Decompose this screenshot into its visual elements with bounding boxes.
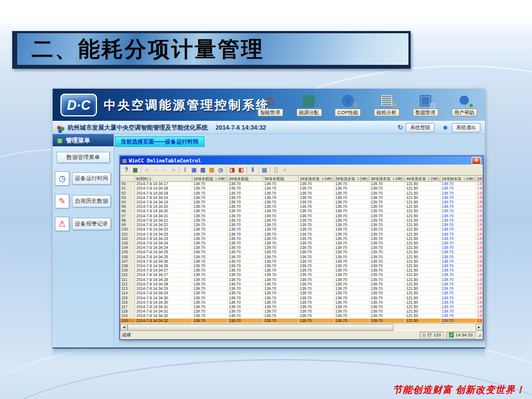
header-column[interactable]: 2#冷却水泵（小时） (476, 176, 483, 182)
header-column[interactable]: 1#冷水机组（小时） (192, 176, 228, 182)
tool-cop-performance[interactable]: ◉✎COP性能 (330, 90, 365, 116)
row-timestamp: 2014-7-6 14:34:24 (135, 245, 192, 249)
row-value: 139.70 (441, 305, 476, 309)
header-row-selector[interactable] (120, 176, 135, 182)
table-row[interactable]: 1102014-7-6 14:34:27139.70139.70139.7013… (120, 273, 483, 277)
table-row[interactable]: 1032014-7-6 14:34:24139.70139.70139.7013… (120, 241, 483, 245)
table-row[interactable]: 1112014-7-6 14:34:28139.70139.70139.7013… (120, 278, 483, 282)
header-column[interactable]: 2#冷水机组 (228, 176, 263, 182)
row-value: 139.70 (228, 200, 263, 204)
row-value: 139.70 (476, 186, 483, 190)
table-row[interactable]: 1172014-7-6 14:34:31139.70139.70139.7013… (120, 305, 483, 309)
stats-icon[interactable]: ▧ (207, 166, 216, 174)
tool-energy-analysis[interactable]: ▤✎能耗分析 (369, 90, 404, 116)
copy-icon[interactable]: ▣ (190, 166, 198, 174)
table-row[interactable]: 1002014-7-6 14:34:22139.70139.70139.7013… (120, 227, 483, 232)
system-logout-button[interactable]: 系统退出 (452, 123, 480, 132)
table-config-icon[interactable]: ▦ (131, 166, 140, 174)
table-row[interactable]: 1052014-7-6 14:34:25139.70139.70139.7013… (120, 250, 483, 254)
tool-user-help[interactable]: ☻☻用户帮助 (447, 90, 482, 116)
table-row[interactable]: 1192014-7-6 14:34:32139.70139.70139.7013… (120, 314, 483, 318)
row-value: 139.70 (334, 186, 370, 190)
table-row[interactable]: 1042014-7-6 14:34:24139.70139.70139.7013… (120, 245, 483, 250)
table-row[interactable]: 1182014-7-6 14:34:31139.70139.70139.7013… (120, 309, 483, 314)
print-icon[interactable]: ▤ (260, 166, 269, 174)
tool-data-management[interactable]: ▣▣数据管理 (408, 90, 443, 116)
table-row[interactable]: 1132014-7-6 14:34:29139.70139.70139.7013… (120, 287, 483, 291)
table-row[interactable]: 1202014-7-6 14:34:32139.70139.70139.7013… (120, 319, 483, 323)
row-number: 118 (120, 309, 135, 313)
row-timestamp: 2014-7-6 14:34:21 (135, 214, 192, 218)
sidebar-item-load-history[interactable]: ✎负荷历史数据 (55, 194, 111, 208)
header-column[interactable]: 1#冷却水泵（小时） (441, 176, 476, 182)
table-row[interactable]: 922014-7-6 14:34:18139.70139.70139.70139… (120, 191, 483, 195)
row-value: 139.70 (441, 287, 476, 290)
header-column[interactable]: 3#冷冻水泵（小时） (370, 176, 405, 182)
system-login-button[interactable]: 系统登陆 (406, 123, 434, 132)
row-value: 139.70 (299, 232, 334, 236)
table-row[interactable]: 1142014-7-6 14:34:29139.70139.70139.7013… (120, 291, 483, 295)
table-row[interactable]: 1122014-7-6 14:34:28139.70139.70139.7013… (120, 282, 483, 287)
table-row[interactable]: 1062014-7-6 14:34:25139.70139.70139.7013… (120, 255, 483, 259)
help-icon[interactable]: ? (122, 166, 131, 174)
table-row[interactable]: 942014-7-6 14:34:19139.70139.70139.70139… (120, 200, 483, 204)
header-time-column[interactable]: 时间列 1 (135, 176, 192, 182)
resize-grip-icon[interactable]: ◢ (478, 332, 481, 338)
app-toolbar: ⌂智能管理▤●能源分配◉✎COP性能▤✎能耗分析▣▣数据管理☻☻用户帮助 (253, 90, 482, 116)
time-range-icon[interactable]: ◷ (216, 166, 225, 174)
row-value: 139.70 (370, 196, 405, 200)
table-row[interactable]: 962014-7-6 14:34:20139.70139.70139.70139… (120, 209, 483, 213)
row-number: 120 (120, 319, 135, 323)
pause-icon[interactable]: ‖ (248, 166, 257, 174)
table-row[interactable]: 982014-7-6 14:34:21139.70139.70139.70139… (120, 218, 483, 223)
table-row[interactable]: 912014-7-6 14:34:18139.70139.70139.70139… (120, 186, 483, 191)
close-icon[interactable]: ✕ (472, 157, 481, 165)
row-timestamp: 2014-7-6 14:34:25 (135, 250, 192, 254)
header-column[interactable]: 1#冷冻水泵（小时） (299, 176, 334, 182)
table-row[interactable]: 932014-7-6 14:34:19139.70139.70139.70139… (120, 196, 483, 200)
slide-slogan: 节能创造财富 创新改变世界！ (393, 383, 525, 396)
table-row[interactable]: 902014-7-6 14:34:17139.70139.70139.70139… (120, 182, 483, 186)
connection-status-icon: ↗ (449, 332, 454, 337)
header-column[interactable]: 4#冷冻水泵（小时） (405, 176, 441, 182)
table-row[interactable]: 1152014-7-6 14:34:30139.70139.70139.7013… (120, 295, 483, 300)
table-row[interactable]: 1072014-7-6 14:34:26139.70139.70139.7013… (120, 259, 483, 264)
table-row[interactable]: 1012014-7-6 14:34:23139.70139.70139.7013… (120, 232, 483, 236)
table-row[interactable]: 1092014-7-6 14:34:27139.70139.70139.7013… (120, 268, 483, 273)
row-value: 139.70 (370, 278, 405, 282)
sidebar-section-data-menu[interactable]: 数据管理菜单 (57, 152, 110, 163)
row-value: 139.70 (441, 186, 476, 190)
tool-energy-allocation[interactable]: ▤●能源分配 (291, 90, 326, 116)
table-row[interactable]: 992014-7-6 14:34:22139.70139.70139.70139… (120, 223, 483, 227)
select-range-icon: [] (272, 166, 280, 174)
export-begin-icon[interactable]: ◨ (228, 166, 237, 174)
row-value: 139.70 (228, 282, 263, 286)
columns-icon[interactable]: ▥ (198, 166, 207, 174)
sidebar-item-equipment-runtime[interactable]: ◷设备运行时间 (55, 171, 111, 186)
table-row[interactable]: 952014-7-6 14:34:20139.70139.70139.70139… (120, 204, 483, 209)
header-column[interactable]: 3#冷水机组 (263, 176, 299, 182)
row-timestamp: 2014-7-6 14:34:18 (135, 191, 192, 195)
table-row[interactable]: 1162014-7-6 14:34:30139.70139.70139.7013… (120, 300, 483, 305)
table-row[interactable]: 972014-7-6 14:34:21139.70139.70139.70139… (120, 214, 483, 218)
row-number: 95 (120, 204, 135, 208)
cop-performance-icon: ◉✎ (339, 90, 357, 109)
scroll-right-icon[interactable]: ▶ (475, 324, 483, 331)
row-value: 139.70 (299, 295, 334, 299)
row-value: 139.70 (370, 259, 405, 263)
header-column[interactable]: 2#冷冻水泵（小时） (334, 176, 370, 182)
row-value: 139.70 (192, 273, 228, 277)
row-timestamp: 2014-7-6 14:34:26 (135, 259, 192, 263)
row-value: 139.70 (192, 209, 228, 213)
sidebar-item-alarm-records[interactable]: ⚠设备报警记录 (55, 217, 111, 231)
table-row[interactable]: 1022014-7-6 14:34:23139.70139.70139.7013… (120, 237, 483, 241)
table-row[interactable]: 1082014-7-6 14:34:26139.70139.70139.7013… (120, 264, 483, 268)
export-end-icon[interactable]: ◧ (237, 166, 245, 174)
row-value: 139.70 (334, 191, 370, 195)
slide: 二、能耗分项计量管理 D·C 中央空调能源管理控制系统 ⌂智能管理▤●能源分配◉… (0, 0, 532, 399)
scrollbar-thumb[interactable] (127, 324, 393, 331)
tool-smart-management[interactable]: ⌂智能管理 (253, 90, 288, 116)
scroll-left-icon[interactable]: ◀ (120, 324, 127, 331)
edit-icon[interactable]: / (181, 166, 190, 174)
app-status-bar: 杭州城市发展大厦中央空调智能管理及节能优化系统 2014-7-6 14:34:3… (53, 121, 485, 134)
